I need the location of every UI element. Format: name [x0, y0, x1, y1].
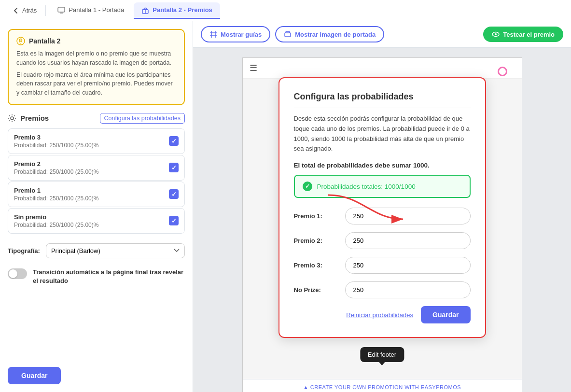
right-toolbar: Mostrar guías Mostrar imagen de portada … [193, 21, 571, 48]
bulb-icon [16, 37, 25, 45]
prize-input-label-2: Premio 2: [294, 237, 337, 244]
prize-input-label-noprize: No Prize: [294, 286, 337, 294]
prize1-checkbox[interactable] [169, 189, 179, 199]
tab-pantalla1[interactable]: Pantalla 1 - Portada [50, 2, 132, 19]
section-header: Premios Configura las probabilidades [8, 113, 185, 124]
prize-input-noprize[interactable] [345, 281, 471, 298]
prize2-prob: Probabilidad: 250/1000 (25.00)% [14, 168, 98, 175]
info-p1: Esta es la imagen del premio o no premio… [16, 49, 176, 68]
section-title-row: Premios [8, 114, 49, 123]
svg-rect-13 [285, 33, 291, 37]
gift-icon [141, 6, 149, 14]
svg-point-8 [11, 117, 14, 120]
gear-icon [8, 114, 16, 123]
prize3-prob: Probabilidad: 250/1000 (25.00)% [14, 142, 98, 149]
modal-total-label: El total de probabilidades debe sumar 10… [294, 162, 471, 169]
main-layout: Pantalla 2 Esta es la imagen del premio … [0, 21, 571, 392]
prize-input-row-noprize: No Prize: [294, 281, 471, 298]
prize-item-sin[interactable]: Sin premio Probabilidad: 250/1000 (25.00… [8, 208, 185, 234]
canvas-area: ☰ Configura las probabilidades Desde est… [193, 48, 571, 392]
sin-premio-checkbox[interactable] [169, 216, 179, 225]
grid-icon [209, 30, 217, 38]
nav-divider [45, 5, 46, 16]
footer-text: ▲ CREATE YOUR OWN PROMOTION WITH EASYPRO… [303, 384, 461, 390]
toggle-knob [9, 269, 17, 278]
info-box-title: Pantalla 2 [16, 37, 176, 45]
left-bottom: Guardar [8, 359, 185, 384]
info-box: Pantalla 2 Esta es la imagen del premio … [8, 29, 185, 105]
left-panel: Pantalla 2 Esta es la imagen del premio … [0, 21, 193, 392]
prize-input-row-2: Premio 2: [294, 232, 471, 249]
prize1-prob: Probabilidad: 250/1000 (25.00)% [14, 195, 98, 202]
hamburger-icon[interactable]: ☰ [250, 63, 257, 73]
footer-bar[interactable]: ▲ CREATE YOUR OWN PROMOTION WITH EASYPRO… [243, 379, 522, 392]
edit-footer-label: Edit footer [368, 351, 396, 358]
modal-title: Configura las probabilidades [294, 92, 471, 102]
prize2-name: Premio 2 [14, 160, 98, 168]
prize-input-label-3: Premio 3: [294, 262, 337, 269]
back-button[interactable]: Atrás [8, 4, 42, 17]
prize-item-3[interactable]: Premio 3 Probabilidad: 250/1000 (25.00)% [8, 128, 185, 154]
tab2-label: Pantalla 2 - Premios [153, 6, 212, 14]
top-nav: Atrás Pantalla 1 - Portada Pantalla 2 - … [0, 0, 571, 21]
sin-premio-prob: Probabilidad: 250/1000 (25.00)% [14, 222, 98, 228]
config-probs-link[interactable]: Configura las probabilidades [100, 113, 185, 124]
back-icon [13, 7, 19, 14]
modal-desc: Desde esta sección podrás configurar la … [294, 114, 471, 154]
reset-link[interactable]: Reiniciar probabilidades [346, 311, 413, 319]
modal-divider [294, 108, 471, 108]
prize-input-2[interactable] [345, 232, 471, 249]
test-prize-label: Testear el premio [503, 31, 555, 38]
save-button[interactable]: Guardar [8, 367, 61, 384]
prizes-section: Premios Configura las probabilidades Pre… [8, 113, 185, 234]
probability-modal: Configura las probabilidades Desde esta … [279, 77, 486, 338]
preview-frame: ☰ Configura las probabilidades Desde est… [242, 57, 522, 392]
show-guides-label: Mostrar guías [221, 31, 262, 38]
tab-pantalla2[interactable]: Pantalla 2 - Premios [134, 2, 220, 19]
typography-select[interactable]: Principal (Barlow) Arial Roboto Open San… [46, 243, 185, 258]
show-guides-button[interactable]: Mostrar guías [201, 26, 270, 42]
layers-icon [284, 30, 292, 38]
prize-item-2[interactable]: Premio 2 Probabilidad: 250/1000 (25.00)% [8, 155, 185, 181]
prize-input-1[interactable] [345, 208, 471, 224]
right-panel: Mostrar guías Mostrar imagen de portada … [193, 21, 571, 392]
edit-footer-tooltip[interactable]: Edit footer [360, 347, 404, 362]
prize-input-row-3: Premio 3: [294, 257, 471, 274]
toggle-row: Transición automática a la página final … [8, 268, 185, 285]
show-cover-button[interactable]: Mostrar imagen de portada [275, 26, 384, 42]
prize-item-1[interactable]: Premio 1 Probabilidad: 250/1000 (25.00)% [8, 182, 185, 207]
svg-point-15 [495, 33, 497, 35]
prize2-checkbox[interactable] [169, 163, 179, 172]
typography-row: Tipografía: Principal (Barlow) Arial Rob… [8, 243, 185, 258]
svg-rect-0 [58, 7, 65, 12]
prize1-name: Premio 1 [14, 187, 98, 194]
prob-success-box: Probabilidades totales: 1000/1000 [294, 175, 471, 198]
tab1-label: Pantalla 1 - Portada [69, 6, 124, 14]
back-label: Atrás [22, 7, 37, 14]
prize-input-3[interactable] [345, 257, 471, 274]
sin-premio-name: Sin premio [14, 213, 98, 221]
toggle-label: Transición automática a la página final … [33, 268, 185, 285]
show-cover-label: Mostrar imagen de portada [295, 31, 376, 38]
prize3-checkbox[interactable] [169, 136, 179, 146]
prize-input-row-1: Premio 1: [294, 208, 471, 224]
modal-save-button[interactable]: Guardar [421, 306, 470, 323]
modal-footer: Reiniciar probabilidades Guardar [294, 306, 471, 323]
auto-transition-toggle[interactable] [8, 268, 27, 279]
prize3-name: Premio 3 [14, 134, 98, 141]
pink-circle-decor [498, 67, 507, 76]
check-circle-icon [303, 182, 312, 191]
prize-input-label-1: Premio 1: [294, 212, 337, 220]
prob-success-text: Probabilidades totales: 1000/1000 [317, 183, 416, 190]
test-prize-button[interactable]: Testear el premio [483, 27, 563, 42]
screen-icon [57, 6, 65, 14]
prize-list: Premio 3 Probabilidad: 250/1000 (25.00)%… [8, 128, 185, 234]
eye-icon [492, 30, 500, 38]
info-p2: El cuadro rojo marca el área mínima que … [16, 70, 176, 98]
info-title: Pantalla 2 [29, 37, 60, 45]
preview-topbar: ☰ [243, 58, 522, 79]
prizes-title: Premios [20, 114, 49, 122]
typography-label: Tipografía: [8, 247, 40, 254]
